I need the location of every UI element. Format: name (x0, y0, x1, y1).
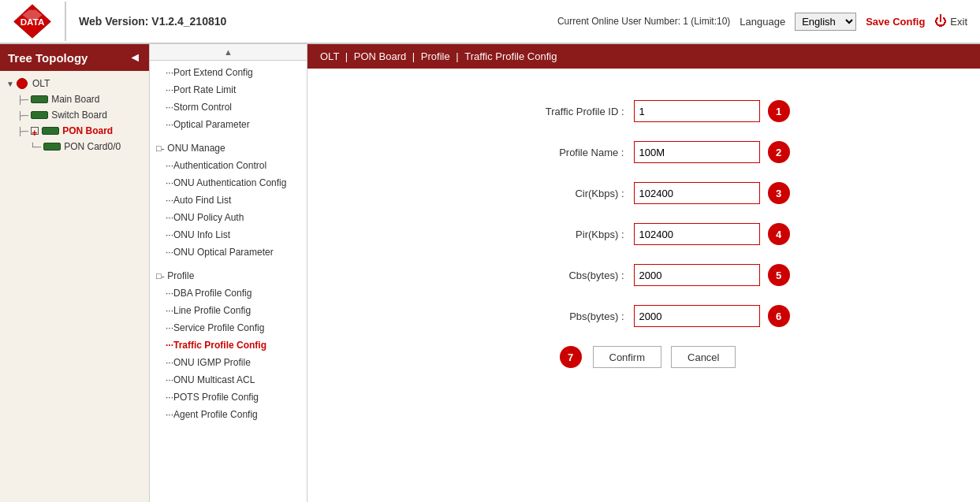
nav-item-port-rate[interactable]: ···Port Rate Limit (150, 81, 307, 99)
label-traffic-id: Traffic Profile ID : (498, 106, 624, 117)
form-row-pbs: Pbs(bytes) : 6 (355, 305, 933, 327)
label-cir: Cir(Kbps) : (498, 188, 624, 199)
input-pir[interactable] (634, 223, 760, 245)
language-select[interactable]: English Chinese (795, 13, 856, 31)
scroll-up-indicator[interactable]: ▲ (150, 44, 307, 61)
pon-board-icon (42, 127, 59, 135)
nav-item-onu-auth-config[interactable]: ···ONU Authentication Config (150, 174, 307, 192)
step-badge-7: 7 (560, 346, 582, 368)
nav-item-onu-igmp-profile[interactable]: ···ONU IGMP Profile (150, 354, 307, 371)
sidebar-tree: ▼ OLT ├─ Main Board ├─ Switch Board ├─ + (0, 71, 149, 159)
nav-section-onu-header[interactable]: □- ONU Manage (150, 139, 307, 157)
breadcrumb-traffic-profile: Traffic Profile Config (464, 50, 557, 62)
pon-card-icon (43, 143, 61, 151)
sidebar: Tree Topology ◄ ▼ OLT ├─ Main Board ├─ S… (0, 44, 150, 502)
breadcrumb-olt: OLT (320, 50, 339, 62)
nav-item-onu-info-list[interactable]: ···ONU Info List (150, 226, 307, 244)
power-icon: ⏻ (934, 14, 947, 28)
header-right: Current Online User Number: 1 (Limit:10)… (557, 13, 967, 31)
content-area: ▲ ···Port Extend Config ···Port Rate Lim… (150, 44, 980, 502)
nav-item-port-extend-config[interactable]: ···Port Extend Config (150, 64, 307, 81)
header: DATA Web Version: V1.2.4_210810 Current … (0, 0, 980, 44)
tree-label-pon-board: PON Board (62, 125, 113, 136)
dash-icon2: ├─ (17, 111, 28, 120)
breadcrumb-profile: Profile (421, 50, 450, 62)
nav-item-onu-multicast-acl[interactable]: ···ONU Multicast ACL (150, 371, 307, 389)
nav-item-onu-policy-auth[interactable]: ···ONU Policy Auth (150, 209, 307, 226)
language-label: Language (740, 16, 785, 28)
olt-icon (17, 78, 28, 89)
breadcrumb-pon-board: PON Board (354, 50, 406, 62)
nav-section-profile-header[interactable]: □- Profile (150, 267, 307, 284)
cancel-button[interactable]: Cancel (671, 346, 736, 368)
step-badge-4: 4 (768, 223, 790, 245)
save-config-button[interactable]: Save Config (866, 16, 925, 28)
nav-item-auth-control[interactable]: ···Authentication Control (150, 157, 307, 174)
input-traffic-id[interactable] (634, 100, 760, 122)
form-content: Traffic Profile ID : 1 Profile Name : 2 … (307, 69, 980, 400)
step-badge-3: 3 (768, 182, 790, 204)
dash-icon: ├─ (17, 95, 28, 104)
nav-item-onu-optical-param[interactable]: ···ONU Optical Parameter (150, 244, 307, 261)
profile-expand-icon: □- (156, 271, 164, 281)
step-badge-2: 2 (768, 141, 790, 163)
onu-expand-icon: □- (156, 143, 164, 153)
logo-icon: DATA (13, 2, 52, 41)
nav-item-traffic-profile[interactable]: ···Traffic Profile Config (150, 337, 307, 354)
nav-item-auto-find-list[interactable]: ···Auto Find List (150, 192, 307, 209)
input-pbs[interactable] (634, 305, 760, 327)
nav-item-agent-profile[interactable]: ···Agent Profile Config (150, 406, 307, 423)
nav-item-optical-parameter[interactable]: ···Optical Parameter (150, 116, 307, 133)
step-badge-1: 1 (768, 100, 790, 122)
onu-section-label: ONU Manage (167, 143, 225, 154)
form-row-cir: Cir(Kbps) : 3 (355, 182, 933, 204)
sidebar-toggle-button[interactable]: ◄ (129, 50, 141, 65)
tree-label-main-board: Main Board (51, 94, 99, 105)
sidebar-title: Tree Topology (8, 51, 88, 65)
profile-section-label: Profile (167, 270, 194, 281)
breadcrumb: OLT | PON Board | Profile | Traffic Prof… (307, 44, 980, 69)
label-pir: Pir(Kbps) : (498, 229, 624, 240)
label-pbs: Pbs(bytes) : (498, 310, 624, 322)
nav-item-dba-profile[interactable]: ···DBA Profile Config (150, 284, 307, 302)
breadcrumb-sep2: | (412, 50, 418, 62)
pon-board-expand: + (31, 127, 39, 135)
step-badge-6: 6 (768, 305, 790, 327)
main-layout: Tree Topology ◄ ▼ OLT ├─ Main Board ├─ S… (0, 44, 980, 502)
label-profile-name: Profile Name : (498, 147, 624, 158)
input-profile-name[interactable] (634, 141, 760, 163)
form-row-cbs: Cbs(bytes) : 5 (355, 264, 933, 286)
tree-item-pon-card[interactable]: └─ PON Card0/0 (0, 139, 149, 154)
online-info: Current Online User Number: 1 (Limit:10) (557, 16, 730, 27)
form-area: OLT | PON Board | Profile | Traffic Prof… (307, 44, 980, 502)
tree-item-main-board[interactable]: ├─ Main Board (0, 91, 149, 107)
tree-label-olt: OLT (32, 78, 50, 89)
expand-icon2: ├─ (17, 127, 28, 136)
nav-section-onu: □- ONU Manage ···Authentication Control … (150, 136, 307, 264)
tree-label-pon-card: PON Card0/0 (64, 141, 121, 152)
input-cir[interactable] (634, 182, 760, 204)
nav-item-pots-profile[interactable]: ···POTS Profile Config (150, 389, 307, 406)
confirm-button[interactable]: Confirm (593, 346, 662, 368)
tree-item-pon-board[interactable]: ├─ + PON Board (0, 123, 149, 139)
exit-label: Exit (950, 16, 967, 28)
breadcrumb-sep3: | (456, 50, 461, 62)
form-row-traffic-id: Traffic Profile ID : 1 (355, 100, 933, 122)
nav-section-profile: □- Profile ···DBA Profile Config ···Line… (150, 264, 307, 426)
form-row-profile-name: Profile Name : 2 (355, 141, 933, 163)
sidebar-header: Tree Topology ◄ (0, 44, 149, 71)
expand-icon: ▼ (6, 80, 14, 88)
exit-button[interactable]: ⏻ Exit (934, 14, 967, 28)
form-buttons: 7 Confirm Cancel (355, 346, 933, 368)
step-badge-5: 5 (768, 264, 790, 286)
nav-item-service-profile[interactable]: ···Service Profile Config (150, 319, 307, 337)
main-board-icon (31, 95, 48, 103)
nav-item-line-profile[interactable]: ···Line Profile Config (150, 302, 307, 319)
logo-area: DATA (13, 2, 66, 41)
label-cbs: Cbs(bytes) : (498, 270, 624, 281)
tree-item-switch-board[interactable]: ├─ Switch Board (0, 107, 149, 123)
nav-section-port: ···Port Extend Config ···Port Rate Limit… (150, 61, 307, 136)
tree-item-olt[interactable]: ▼ OLT (0, 76, 149, 91)
input-cbs[interactable] (634, 264, 760, 286)
nav-item-storm-control[interactable]: ···Storm Control (150, 99, 307, 116)
